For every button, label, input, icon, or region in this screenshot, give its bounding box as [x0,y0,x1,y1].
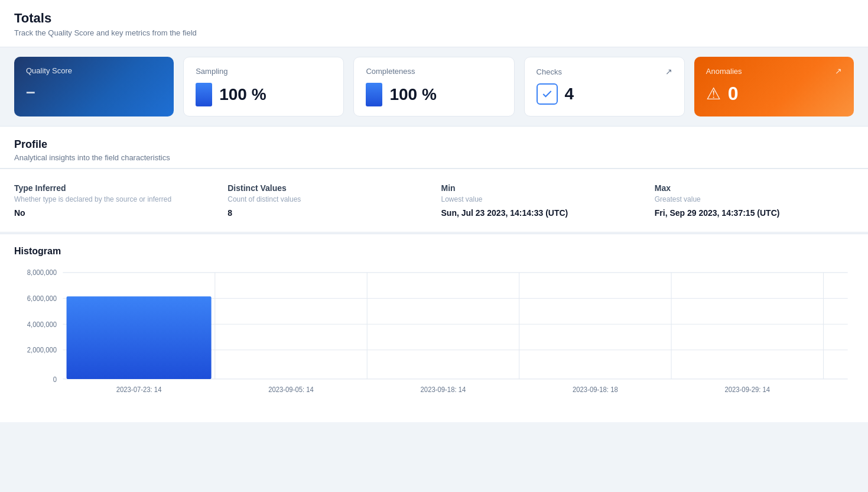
profile-title: Profile [14,138,854,151]
svg-text:2023-09-29: 14: 2023-09-29: 14 [724,385,770,393]
checkmark-icon [541,88,553,100]
stat-type-inferred: Type Inferred Whether type is declared b… [14,183,213,218]
anomalies-card: Anomalies ↗ ⚠ 0 [694,57,854,116]
type-inferred-title: Type Inferred [14,183,213,193]
completeness-bar-icon [366,83,382,106]
checks-icon [537,83,558,105]
profile-section: Profile Analytical insights into the fie… [0,126,868,169]
svg-text:2023-07-23: 14: 2023-07-23: 14 [116,385,162,393]
sampling-label: Sampling [196,67,227,76]
checks-external-link-icon[interactable]: ↗ [665,67,672,76]
max-subtitle: Greatest value [655,195,854,203]
checks-label: Checks [537,67,562,76]
histogram-bar-0 [67,296,212,379]
page-subtitle: Track the Quality Score and key metrics … [14,28,854,37]
stat-distinct-values: Distinct Values Count of distinct values… [227,183,427,218]
anomalies-value-row: ⚠ 0 [706,83,842,105]
profile-stats-grid: Type Inferred Whether type is declared b… [14,183,854,218]
sampling-header: Sampling [196,67,331,76]
completeness-label: Completeness [366,67,415,76]
type-inferred-subtitle: Whether type is declared by the source o… [14,195,213,203]
profile-stats-card: Type Inferred Whether type is declared b… [0,169,868,232]
svg-text:6,000,000: 6,000,000 [27,294,57,302]
min-title: Min [441,183,641,193]
svg-text:2023-09-18: 18: 2023-09-18: 18 [573,385,618,393]
min-subtitle: Lowest value [441,195,641,203]
checks-header: Checks ↗ [537,67,672,76]
completeness-value-row: 100 % [366,83,502,106]
checks-card: Checks ↗ 4 [524,57,685,116]
completeness-card: Completeness 100 % [353,57,514,116]
anomalies-header: Anomalies ↗ [706,66,842,76]
distinct-values-subtitle: Count of distinct values [227,195,427,203]
histogram-svg: 8,000,000 6,000,000 4,000,000 2,000,000 … [14,266,854,408]
page-wrapper: Totals Track the Quality Score and key m… [0,0,868,492]
metrics-row: Quality Score – Sampling 100 % Completen… [0,47,868,126]
max-value: Fri, Sep 29 2023, 14:37:15 (UTC) [655,208,854,218]
completeness-value: 100 % [389,85,436,104]
distinct-values-value: 8 [227,208,427,218]
quality-score-card: Quality Score – [14,57,174,116]
distinct-values-title: Distinct Values [227,183,427,193]
page-title: Totals [14,11,854,26]
svg-text:8,000,000: 8,000,000 [27,268,57,276]
header-section: Totals Track the Quality Score and key m… [0,0,868,47]
sampling-card: Sampling 100 % [183,57,344,116]
quality-score-header: Quality Score [26,66,162,75]
histogram-container: 8,000,000 6,000,000 4,000,000 2,000,000 … [14,266,854,408]
sampling-value: 100 % [219,85,266,104]
checks-value-row: 4 [537,83,672,105]
sampling-value-row: 100 % [196,83,331,106]
svg-text:2023-09-05: 14: 2023-09-05: 14 [268,385,314,393]
warning-icon: ⚠ [706,84,721,103]
svg-text:2,000,000: 2,000,000 [27,346,57,354]
svg-text:4,000,000: 4,000,000 [27,320,57,328]
sampling-bar-icon [196,83,212,106]
stat-max: Max Greatest value Fri, Sep 29 2023, 14:… [655,183,854,218]
anomalies-external-link-icon[interactable]: ↗ [835,66,842,76]
quality-score-value: – [26,82,35,101]
quality-score-value-row: – [26,82,162,101]
max-title: Max [655,183,854,193]
profile-subtitle: Analytical insights into the field chara… [14,153,854,162]
anomalies-value: 0 [728,83,739,105]
histogram-section: Histogram 8,000,000 6,000,000 4,000,000 … [0,234,868,422]
type-inferred-value: No [14,208,213,218]
svg-text:0: 0 [53,376,57,383]
completeness-header: Completeness [366,67,502,76]
min-value: Sun, Jul 23 2023, 14:14:33 (UTC) [441,208,641,218]
svg-text:2023-09-18: 14: 2023-09-18: 14 [421,385,466,393]
quality-score-label: Quality Score [26,66,72,75]
stat-min: Min Lowest value Sun, Jul 23 2023, 14:14… [441,183,641,218]
anomalies-label: Anomalies [706,67,742,76]
histogram-title: Histogram [14,246,854,257]
checks-value: 4 [565,85,574,103]
